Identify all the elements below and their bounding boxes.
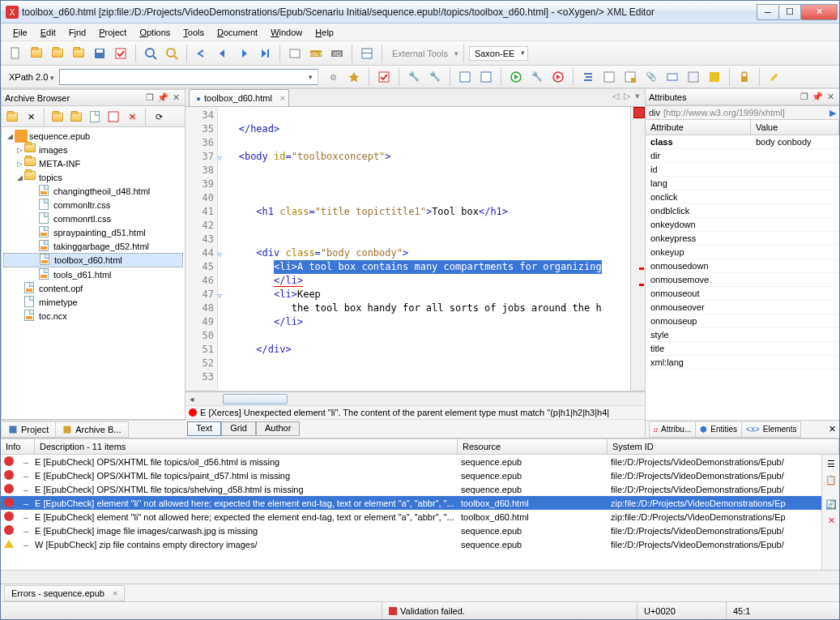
code-editor[interactable]: </head> <body id="toolboxconcept"> <h1 c… [218, 107, 630, 391]
insert-element-button[interactable] [599, 67, 619, 87]
problem-row[interactable]: –E [EpubCheck] element "li" not allowed … [1, 496, 821, 510]
panel-close-icon[interactable]: ✕ [829, 424, 836, 434]
menu-find[interactable]: Find [63, 26, 92, 39]
debug-button[interactable] [548, 67, 568, 87]
attribute-row[interactable]: onmouseover [646, 301, 839, 314]
attribute-row[interactable]: onkeypress [646, 232, 839, 246]
highlighter-button[interactable] [765, 67, 784, 87]
attribute-row[interactable]: onmouseout [646, 287, 839, 301]
errors-tab[interactable]: Errors - sequence.epub× [4, 585, 125, 601]
attribute-row[interactable]: id [646, 163, 839, 177]
save-button[interactable] [90, 44, 109, 63]
new-file-button[interactable] [6, 44, 25, 63]
vertical-scrollbar[interactable] [630, 107, 645, 391]
attribute-row[interactable]: onclick [646, 190, 839, 204]
problem-row[interactable]: –E [EpubCheck] image file images/carwash… [1, 524, 821, 537]
xpath-execute-button[interactable]: ⚙ [323, 67, 343, 87]
tab-close-icon[interactable]: × [279, 93, 284, 103]
undo-button[interactable] [192, 44, 211, 63]
problem-row[interactable]: –E [EpubCheck] OPS/XHTML file topics/she… [1, 482, 821, 496]
attributes-context[interactable]: div [http://www.w3.org/1999/xhtml] ▶ [646, 105, 839, 120]
attribute-row[interactable]: onmousedown [646, 259, 839, 273]
tree-folder-topics[interactable]: ◢topics [3, 170, 183, 184]
archive-close-button[interactable]: ✕ [22, 108, 40, 126]
wrench-button[interactable]: 🔧 [404, 67, 424, 87]
attribute-row[interactable]: lang [646, 177, 839, 190]
panel-close-icon[interactable]: ✕ [825, 92, 836, 103]
find-replace-button[interactable] [162, 44, 181, 63]
problems-settings-icon[interactable]: ☰ [824, 456, 838, 471]
forward-button[interactable] [234, 44, 254, 63]
archive-new-folder-button[interactable] [49, 108, 66, 126]
attribute-row[interactable]: dir [646, 149, 839, 163]
menu-options[interactable]: Options [134, 26, 176, 39]
tab-project[interactable]: Project [1, 421, 56, 438]
problems-refresh-icon[interactable]: 🔄 [824, 497, 838, 511]
panel-restore-icon[interactable]: ❐ [799, 92, 810, 103]
maximize-button[interactable]: ☐ [778, 4, 801, 20]
open-file-button[interactable] [27, 44, 46, 63]
tree-file[interactable]: mimetype [3, 295, 183, 309]
tree-file[interactable]: tools_d61.html [3, 267, 183, 281]
open-url-button[interactable] [48, 44, 67, 63]
menu-window[interactable]: Window [265, 26, 308, 39]
archive-refresh-button[interactable]: ⟳ [150, 108, 168, 126]
attribute-row[interactable]: ondblclick [646, 204, 839, 218]
tab-prev-icon[interactable]: ◁ [612, 91, 619, 101]
minimize-button[interactable]: ─ [757, 4, 779, 20]
tree-folder-metainf[interactable]: ▷META-INF [3, 156, 183, 170]
back-button[interactable] [213, 44, 232, 63]
tab-next-icon[interactable]: ▷ [624, 91, 630, 101]
validate-button[interactable] [374, 67, 394, 87]
archive-tree[interactable]: ◢sequence.epub ▷images ▷META-INF ◢topics… [2, 127, 185, 419]
external-tools-dropdown[interactable]: External Tools [387, 49, 453, 58]
tree-root[interactable]: ◢sequence.epub [3, 129, 183, 143]
attribute-row[interactable]: classbody conbody [646, 135, 839, 149]
menu-file[interactable]: File [7, 26, 33, 39]
mode-tab-grid[interactable]: Grid [221, 421, 256, 436]
archive-extract-button[interactable] [86, 108, 104, 126]
panel-restore-icon[interactable]: ❐ [144, 92, 156, 104]
tree-file[interactable]: commonrtl.css [3, 212, 183, 225]
tree-file[interactable]: takinggarbage_d52.html [3, 239, 183, 253]
tab-elements[interactable]: <x> Elements [741, 421, 801, 438]
menu-help[interactable]: Help [309, 26, 339, 39]
attribute-row[interactable]: title [646, 342, 839, 356]
zoom-in-button[interactable] [141, 44, 160, 63]
preferences-button[interactable] [455, 67, 475, 87]
xslt-transform-button[interactable]: XSLT [306, 44, 326, 63]
problems-clear-icon[interactable]: ✕ [824, 513, 838, 528]
problem-row[interactable]: –E [EpubCheck] element "li" not allowed … [1, 510, 821, 524]
editor-tab-toolbox[interactable]: ● toolbox_d60.html × [189, 89, 289, 106]
panel-pin-icon[interactable]: 📌 [812, 92, 823, 103]
panel-pin-icon[interactable]: 📌 [157, 92, 168, 104]
tree-file[interactable]: spraypainting_d51.html [3, 225, 183, 239]
problem-row[interactable]: –E [EpubCheck] OPS/XHTML file topics/oil… [1, 455, 821, 468]
menu-edit[interactable]: Edit [35, 26, 62, 39]
tab-menu-icon[interactable]: ▾ [635, 91, 640, 101]
mode-tab-text[interactable]: Text [187, 421, 221, 436]
tab-attributes[interactable]: a Attribu... [649, 421, 696, 438]
tab-entities[interactable]: ⬢ Entities [695, 421, 742, 438]
show-definition-button[interactable] [705, 67, 724, 87]
run-transformation-button[interactable] [506, 67, 526, 87]
open-recent-button[interactable] [69, 44, 88, 63]
xpath-input[interactable] [59, 69, 318, 85]
attribute-row[interactable]: onmouseup [646, 314, 839, 328]
archive-open-button[interactable] [3, 108, 21, 126]
menu-project[interactable]: Project [93, 26, 132, 39]
attribute-row[interactable]: onkeyup [646, 246, 839, 259]
panel-close-icon[interactable]: ✕ [170, 92, 181, 104]
tree-file[interactable]: content.opf [3, 281, 183, 295]
mode-tab-author[interactable]: Author [256, 421, 300, 436]
problems-filter-icon[interactable]: 📋 [824, 472, 838, 487]
preferences2-button[interactable] [476, 67, 496, 87]
format-indent-button[interactable] [578, 67, 598, 87]
archive-validate-button[interactable] [104, 108, 122, 126]
archive-delete-button[interactable]: ✕ [123, 108, 141, 126]
archive-browser-button[interactable] [357, 44, 377, 63]
join-button[interactable] [663, 67, 682, 87]
close-button[interactable]: ✕ [800, 4, 838, 20]
lock-button[interactable] [735, 67, 754, 87]
last-mod-button[interactable] [255, 44, 275, 63]
